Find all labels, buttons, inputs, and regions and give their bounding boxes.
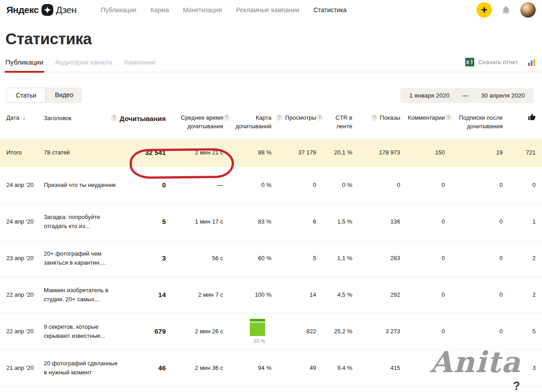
total-reads: 32 541 <box>124 149 166 156</box>
col-header-avg-time: Среднее время дочитывания <box>166 114 223 131</box>
row-date: 24 апр ‘20 <box>6 182 44 188</box>
nav-karma[interactable]: Карма <box>150 6 169 14</box>
yandex-zen-logo[interactable]: Яндекс Дзен <box>6 4 76 16</box>
table-row[interactable]: 22 апр ‘20 Мамкин изобретатель в студии.… <box>0 277 542 313</box>
logo-zen-text: Дзен <box>56 5 77 15</box>
total-likes: 721 <box>503 149 536 156</box>
row-impressions: 415 <box>352 364 400 371</box>
row-impressions: 3 273 <box>352 328 400 335</box>
create-post-button[interactable]: + <box>477 2 492 18</box>
total-read-map: 88 % <box>223 149 271 156</box>
row-title-link[interactable]: Загадка: попробуйте отгадать кто из... <box>44 213 124 230</box>
table-total-row: Итого 78 статей 32 541 2 мин 21 с 88 % 3… <box>0 138 542 167</box>
page-title: Статистика <box>0 20 542 48</box>
row-ctr: 25,2 % <box>316 328 352 335</box>
row-avg-time: — <box>166 182 223 188</box>
row-views: 822 <box>271 328 316 335</box>
row-title-link[interactable]: Признай что ты неудачник <box>44 181 124 190</box>
nav-ad-campaigns[interactable]: Рекламные кампании <box>236 6 299 14</box>
row-impressions: 283 <box>352 255 400 261</box>
row-date: 22 апр ‘20 <box>6 328 44 335</box>
col-header-comments: Комментарии <box>400 114 445 122</box>
svg-text:X: X <box>466 60 470 65</box>
row-views: 0 <box>271 182 316 188</box>
row-comments: 0 <box>400 291 445 298</box>
total-articles-count: 78 статей <box>44 149 124 156</box>
row-read-map: 60 % <box>223 255 271 261</box>
help-icon[interactable]: ? <box>371 114 378 121</box>
top-bar: Яндекс Дзен Публикации Карма Монетизация… <box>0 0 542 20</box>
row-read-map: 94 % <box>223 364 271 371</box>
nav-monetization[interactable]: Монетизация <box>183 6 222 14</box>
thumb-up-icon <box>528 113 536 121</box>
help-icon[interactable]: ? <box>111 114 117 121</box>
row-avg-time: 2 мин 36 с <box>166 364 223 371</box>
tabs-row: Публикации Аудитория канала Кампании X С… <box>0 58 542 72</box>
filter-row: Статьи Видео 1 января 2020 — 30 апреля 2… <box>0 88 542 103</box>
row-likes: 0 <box>503 182 536 188</box>
row-likes: 5 <box>503 328 536 335</box>
col-header-date: Дата ↓ <box>6 114 44 122</box>
nav-publications[interactable]: Публикации <box>101 6 136 14</box>
tab-channel-audience[interactable]: Аудитория канала <box>55 58 112 72</box>
toggle-videos[interactable]: Видео <box>46 88 82 103</box>
row-ctr: 1,5 % <box>316 218 352 225</box>
row-date: 21 апр ‘20 <box>6 364 44 371</box>
sort-descending-icon[interactable]: ↓ <box>23 114 26 121</box>
bar-chart-icon[interactable] <box>528 59 536 66</box>
row-views: 6 <box>271 218 316 225</box>
row-comments: 0 <box>400 255 445 261</box>
table-row[interactable]: 24 апр ‘20 Признай что ты неудачник 0 — … <box>0 167 542 204</box>
row-likes: 2 <box>503 255 536 261</box>
row-title-link[interactable]: Мамкин изобретатель в студии. 20+ самых.… <box>44 286 124 303</box>
row-comments: 0 <box>400 182 445 188</box>
table-header: Дата ↓ Заголовок ? Дочитывания Среднее в… <box>0 114 542 131</box>
excel-icon: X <box>465 58 474 66</box>
help-icon[interactable]: ? <box>223 114 230 121</box>
table-row[interactable]: 21 апр ‘20 20 фотографий сделанные в нуж… <box>0 350 542 387</box>
row-title-link[interactable]: 20+ фотографий чем заняться в карантин..… <box>44 249 124 267</box>
row-views: 49 <box>271 364 316 371</box>
zen-logo-icon <box>42 4 53 16</box>
row-subscriptions: 0 <box>445 218 503 225</box>
row-read-map: 83 % <box>223 319 271 344</box>
row-ctr: 0 % <box>316 182 352 188</box>
row-likes: 1 <box>503 218 536 225</box>
user-avatar[interactable] <box>520 2 536 18</box>
help-button[interactable]: ? <box>513 379 520 392</box>
nav-statistics[interactable]: Статистика <box>313 6 347 14</box>
total-subscriptions: 19 <box>445 149 503 156</box>
table-row[interactable]: 23 апр ‘20 20+ фотографий чем заняться в… <box>0 240 542 277</box>
tab-campaigns[interactable]: Кампании <box>124 58 155 72</box>
toggle-articles[interactable]: Статьи <box>6 88 46 103</box>
row-subscriptions: 0 <box>445 182 503 188</box>
date-to: 30 апреля 2020 <box>481 92 525 99</box>
total-impressions: 178 973 <box>352 149 400 156</box>
row-title-link[interactable]: 20 фотографий сделанные в нужный момент <box>44 359 124 377</box>
row-subscriptions: 0 <box>445 364 503 371</box>
help-icon[interactable]: ? <box>276 114 283 121</box>
download-report-button[interactable]: X Скачать отчет <box>465 58 536 72</box>
total-ctr: 20,1 % <box>316 149 352 156</box>
row-avg-time: 56 с <box>166 255 223 261</box>
row-reads: 5 <box>124 218 166 225</box>
read-map-thumbnail[interactable]: 83 % <box>250 319 271 344</box>
table-row[interactable]: 24 апр ‘20 Загадка: попробуйте отгадать … <box>0 204 542 240</box>
row-impressions: 292 <box>352 291 400 298</box>
row-ctr: 1,1 % <box>316 255 352 261</box>
row-reads: 46 <box>124 364 166 372</box>
total-avg-time: 2 мин 21 с <box>166 149 223 156</box>
row-date: 22 апр ‘20 <box>6 291 44 298</box>
row-reads: 0 <box>124 181 166 189</box>
statistics-table: Дата ↓ Заголовок ? Дочитывания Среднее в… <box>0 114 542 387</box>
table-row[interactable]: 22 апр ‘20 9 секретов, которые скрывают … <box>0 313 542 350</box>
date-range-picker[interactable]: 1 января 2020 — 30 апреля 2020 <box>400 88 534 103</box>
help-icon[interactable]: ? <box>445 114 452 121</box>
notifications-bell-icon[interactable] <box>502 5 510 15</box>
total-views: 37 179 <box>271 149 316 156</box>
date-from: 1 января 2020 <box>409 92 449 99</box>
help-icon[interactable]: ? <box>316 114 323 121</box>
tab-publications[interactable]: Публикации <box>5 58 43 72</box>
row-title-link[interactable]: 9 секретов, которые скрывают известные..… <box>44 322 124 340</box>
content-type-toggle: Статьи Видео <box>6 88 82 103</box>
